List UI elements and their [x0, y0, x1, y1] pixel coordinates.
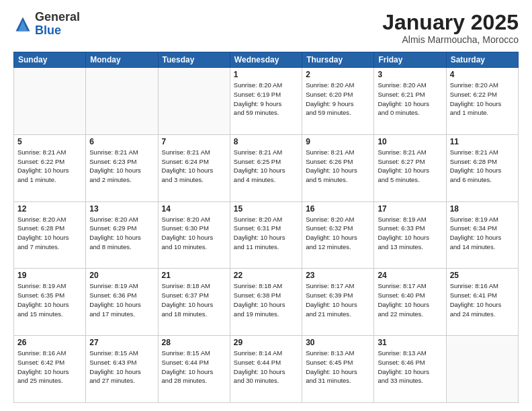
- weekday-header-tuesday: Tuesday: [158, 52, 230, 68]
- weekday-header-saturday: Saturday: [446, 52, 518, 68]
- day-cell: 1Sunrise: 8:20 AM Sunset: 6:19 PM Daylig…: [230, 68, 302, 135]
- day-info: Sunrise: 8:17 AM Sunset: 6:39 PM Dayligh…: [306, 281, 370, 318]
- day-cell: 25Sunrise: 8:16 AM Sunset: 6:41 PM Dayli…: [446, 269, 518, 336]
- day-cell: 23Sunrise: 8:17 AM Sunset: 6:39 PM Dayli…: [302, 269, 374, 336]
- day-cell: 2Sunrise: 8:20 AM Sunset: 6:20 PM Daylig…: [302, 68, 374, 135]
- weekday-header-monday: Monday: [86, 52, 158, 68]
- day-cell: 9Sunrise: 8:21 AM Sunset: 6:26 PM Daylig…: [302, 134, 374, 201]
- day-cell: 24Sunrise: 8:17 AM Sunset: 6:40 PM Dayli…: [374, 269, 446, 336]
- day-info: Sunrise: 8:15 AM Sunset: 6:43 PM Dayligh…: [89, 349, 154, 385]
- day-cell: [14, 68, 86, 135]
- day-number: 6: [89, 137, 154, 146]
- day-cell: 22Sunrise: 8:18 AM Sunset: 6:38 PM Dayli…: [230, 269, 302, 336]
- day-cell: 31Sunrise: 8:13 AM Sunset: 6:46 PM Dayli…: [374, 336, 446, 403]
- week-row-2: 5Sunrise: 8:21 AM Sunset: 6:22 PM Daylig…: [14, 134, 519, 201]
- day-cell: 12Sunrise: 8:20 AM Sunset: 6:28 PM Dayli…: [14, 201, 86, 269]
- day-info: Sunrise: 8:21 AM Sunset: 6:25 PM Dayligh…: [234, 148, 298, 185]
- day-number: 14: [162, 204, 226, 214]
- day-info: Sunrise: 8:13 AM Sunset: 6:45 PM Dayligh…: [306, 349, 370, 385]
- day-info: Sunrise: 8:21 AM Sunset: 6:28 PM Dayligh…: [450, 148, 515, 185]
- week-row-1: 1Sunrise: 8:20 AM Sunset: 6:19 PM Daylig…: [14, 68, 519, 135]
- day-cell: 14Sunrise: 8:20 AM Sunset: 6:30 PM Dayli…: [158, 201, 230, 269]
- day-cell: 28Sunrise: 8:15 AM Sunset: 6:44 PM Dayli…: [158, 336, 230, 403]
- day-number: 4: [450, 70, 515, 79]
- day-info: Sunrise: 8:20 AM Sunset: 6:22 PM Dayligh…: [450, 81, 515, 118]
- day-cell: 3Sunrise: 8:20 AM Sunset: 6:21 PM Daylig…: [374, 68, 446, 135]
- day-cell: 26Sunrise: 8:16 AM Sunset: 6:42 PM Dayli…: [14, 336, 86, 403]
- day-info: Sunrise: 8:18 AM Sunset: 6:37 PM Dayligh…: [162, 281, 226, 318]
- day-info: Sunrise: 8:20 AM Sunset: 6:28 PM Dayligh…: [17, 215, 82, 252]
- day-info: Sunrise: 8:19 AM Sunset: 6:33 PM Dayligh…: [378, 215, 442, 252]
- week-row-5: 26Sunrise: 8:16 AM Sunset: 6:42 PM Dayli…: [14, 336, 519, 403]
- logo-icon: [13, 15, 32, 34]
- day-number: 23: [306, 271, 370, 280]
- day-cell: 20Sunrise: 8:19 AM Sunset: 6:36 PM Dayli…: [86, 269, 158, 336]
- weekday-header-sunday: Sunday: [14, 52, 86, 68]
- day-info: Sunrise: 8:21 AM Sunset: 6:24 PM Dayligh…: [162, 148, 226, 185]
- day-number: 27: [89, 338, 154, 347]
- location-subtitle: Almis Marmoucha, Morocco: [382, 34, 519, 45]
- day-number: 20: [89, 271, 154, 280]
- day-number: 26: [17, 338, 82, 347]
- day-number: 9: [306, 137, 370, 146]
- weekday-header-wednesday: Wednesday: [230, 52, 302, 68]
- day-info: Sunrise: 8:19 AM Sunset: 6:36 PM Dayligh…: [89, 281, 154, 318]
- day-cell: 16Sunrise: 8:20 AM Sunset: 6:32 PM Dayli…: [302, 201, 374, 269]
- logo-general: General: [35, 10, 80, 24]
- day-number: 1: [234, 70, 298, 79]
- day-info: Sunrise: 8:20 AM Sunset: 6:19 PM Dayligh…: [234, 81, 298, 118]
- day-cell: 19Sunrise: 8:19 AM Sunset: 6:35 PM Dayli…: [14, 269, 86, 336]
- day-number: 17: [378, 204, 442, 214]
- day-number: 24: [378, 271, 442, 280]
- day-number: 15: [234, 204, 298, 214]
- title-block: January 2025 Almis Marmoucha, Morocco: [382, 11, 519, 45]
- day-number: 7: [162, 137, 226, 146]
- day-info: Sunrise: 8:21 AM Sunset: 6:23 PM Dayligh…: [89, 148, 154, 185]
- day-info: Sunrise: 8:20 AM Sunset: 6:30 PM Dayligh…: [162, 215, 226, 252]
- day-cell: 5Sunrise: 8:21 AM Sunset: 6:22 PM Daylig…: [14, 134, 86, 201]
- day-info: Sunrise: 8:16 AM Sunset: 6:42 PM Dayligh…: [17, 349, 82, 385]
- weekday-header-friday: Friday: [374, 52, 446, 68]
- day-info: Sunrise: 8:21 AM Sunset: 6:26 PM Dayligh…: [306, 148, 370, 185]
- day-number: 28: [162, 338, 226, 347]
- day-number: 11: [450, 137, 515, 146]
- logo: General Blue: [13, 11, 80, 38]
- logo-text: General Blue: [35, 11, 80, 38]
- day-number: 8: [234, 137, 298, 146]
- day-info: Sunrise: 8:19 AM Sunset: 6:35 PM Dayligh…: [17, 281, 82, 318]
- day-cell: 17Sunrise: 8:19 AM Sunset: 6:33 PM Dayli…: [374, 201, 446, 269]
- day-number: 10: [378, 137, 442, 146]
- day-number: 16: [306, 204, 370, 214]
- day-number: 2: [306, 70, 370, 79]
- month-title: January 2025: [382, 11, 519, 34]
- day-number: 29: [234, 338, 298, 347]
- day-info: Sunrise: 8:17 AM Sunset: 6:40 PM Dayligh…: [378, 281, 442, 318]
- day-cell: 10Sunrise: 8:21 AM Sunset: 6:27 PM Dayli…: [374, 134, 446, 201]
- day-info: Sunrise: 8:20 AM Sunset: 6:21 PM Dayligh…: [378, 81, 442, 118]
- day-cell: [86, 68, 158, 135]
- day-info: Sunrise: 8:20 AM Sunset: 6:20 PM Dayligh…: [306, 81, 370, 118]
- header: General Blue January 2025 Almis Marmouch…: [13, 11, 519, 45]
- day-number: 5: [17, 137, 82, 146]
- calendar: SundayMondayTuesdayWednesdayThursdayFrid…: [13, 52, 519, 403]
- weekday-header-row: SundayMondayTuesdayWednesdayThursdayFrid…: [14, 52, 519, 68]
- day-info: Sunrise: 8:18 AM Sunset: 6:38 PM Dayligh…: [234, 281, 298, 318]
- day-cell: [446, 336, 518, 403]
- day-info: Sunrise: 8:20 AM Sunset: 6:29 PM Dayligh…: [89, 215, 154, 252]
- day-info: Sunrise: 8:15 AM Sunset: 6:44 PM Dayligh…: [162, 349, 226, 385]
- day-cell: 4Sunrise: 8:20 AM Sunset: 6:22 PM Daylig…: [446, 68, 518, 135]
- day-number: 19: [17, 271, 82, 280]
- week-row-3: 12Sunrise: 8:20 AM Sunset: 6:28 PM Dayli…: [14, 201, 519, 269]
- weekday-header-thursday: Thursday: [302, 52, 374, 68]
- day-number: 18: [450, 204, 515, 214]
- day-cell: 29Sunrise: 8:14 AM Sunset: 6:44 PM Dayli…: [230, 336, 302, 403]
- day-number: 13: [89, 204, 154, 214]
- day-cell: 30Sunrise: 8:13 AM Sunset: 6:45 PM Dayli…: [302, 336, 374, 403]
- day-cell: 27Sunrise: 8:15 AM Sunset: 6:43 PM Dayli…: [86, 336, 158, 403]
- day-number: 30: [306, 338, 370, 347]
- day-cell: 21Sunrise: 8:18 AM Sunset: 6:37 PM Dayli…: [158, 269, 230, 336]
- day-cell: 13Sunrise: 8:20 AM Sunset: 6:29 PM Dayli…: [86, 201, 158, 269]
- day-cell: 7Sunrise: 8:21 AM Sunset: 6:24 PM Daylig…: [158, 134, 230, 201]
- day-number: 3: [378, 70, 442, 79]
- day-cell: 8Sunrise: 8:21 AM Sunset: 6:25 PM Daylig…: [230, 134, 302, 201]
